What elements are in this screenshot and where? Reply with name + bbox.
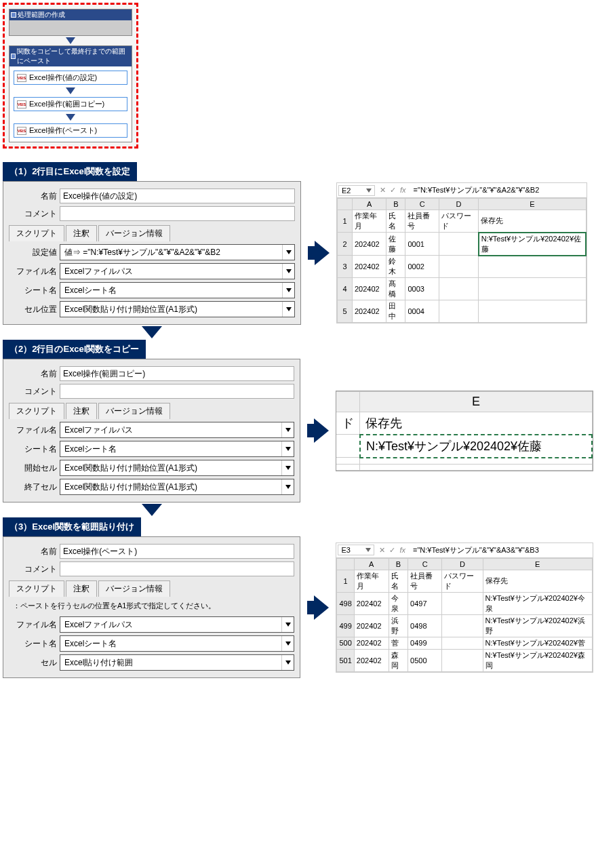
excel-grid[interactable]: ABCDE 1作業年月氏名社員番号パスワード保存先 498202402今泉049… [336,558,593,672]
chevron-down-icon[interactable] [281,479,294,494]
chevron-down-icon[interactable] [281,655,294,670]
chevron-down-icon[interactable] [282,264,294,279]
arrow-right-icon [314,418,329,443]
section-2-title: （2）2行目のExcel関数をコピー [3,340,146,359]
arrow-down-icon [66,114,75,121]
chevron-down-icon[interactable] [282,283,294,298]
comment-label: コメント [9,564,60,575]
field-label: セル位置 [9,304,60,315]
filename-dropdown[interactable]: Excelファイルパス [60,616,294,633]
comment-input[interactable] [60,384,294,399]
field-label: 終了セル [9,481,60,493]
arrow-right-icon [315,241,330,265]
confirm-icon[interactable]: ✓ [388,186,398,194]
excel-preview-3: E3 ✕✓fx ="N:¥Test¥サンプル"&"¥"&A3&"¥"&B3 AB… [336,542,593,673]
cell-ref-box[interactable]: E2 [338,185,375,196]
field-label: シート名 [9,285,60,296]
panel-2: 名前 コメント スクリプト 注釈 バージョン情報 ファイル名Excelファイルパ… [3,359,300,502]
section-1-title: （1）2行目にExcel関数を設定 [3,162,137,181]
node-excel-set[interactable]: VBSExcel操作(値の設定) [14,71,127,85]
panel-3: 名前 コメント スクリプト 注釈 バージョン情報 ：ペーストを行うセルの位置をA… [3,536,300,678]
chevron-down-icon[interactable] [281,636,294,651]
fx-icon[interactable]: fx [398,186,408,194]
chevron-down-icon[interactable] [281,422,294,437]
field-label: 開始セル [9,462,60,474]
name-label: 名前 [9,368,60,380]
tab-note[interactable]: 注釈 [66,403,97,419]
cancel-icon[interactable]: ✕ [378,186,388,194]
arrow-down-icon [66,87,75,94]
excel-grid[interactable]: ABCDE 1作業年月氏名社員番号パスワード保存先 2202402佐藤0001N… [337,198,587,323]
chevron-down-icon[interactable] [282,302,294,317]
comment-label: コメント [9,386,60,397]
tab-note[interactable]: 注釈 [66,225,97,241]
chevron-down-icon[interactable] [282,245,294,260]
tab-version[interactable]: バージョン情報 [98,580,170,597]
tab-script[interactable]: スクリプト [9,225,64,241]
formula-bar[interactable]: ="N:¥Test¥サンプル"&"¥"&A3&"¥"&B3 [410,545,591,556]
flow-group-1: 処理範囲の作成 [9,9,132,36]
comment-input[interactable] [60,206,295,221]
group-icon [11,54,16,59]
fx-icon[interactable]: fx [397,546,408,554]
field-label: セル [9,657,60,669]
tab-version[interactable]: バージョン情報 [98,225,170,241]
cancel-icon[interactable]: ✕ [377,546,387,554]
node-excel-paste[interactable]: VBSExcel操作(ペースト) [14,123,127,138]
paste-note: ：ペーストを行うセルの位置をA1形式で指定してください。 [9,598,294,614]
arrow-down-icon [142,504,162,516]
startcell-dropdown[interactable]: Excel関数貼り付け開始位置(A1形式) [60,460,294,476]
vbs-icon: VBS [17,74,26,82]
sheet-dropdown[interactable]: Excelシート名 [60,282,295,298]
section-3-title: （3）Excel関数を範囲貼り付け [3,517,141,536]
vbs-icon: VBS [17,100,26,108]
filename-dropdown[interactable]: Excelファイルパス [60,263,295,279]
formula-bar[interactable]: ="N:¥Test¥サンプル"&"¥"&A2&"¥"&B2 [411,184,585,196]
arrow-down-icon [66,37,75,44]
excel-zoom: E ド保存先 N:¥Test¥サンプル¥202402¥佐藤 [336,391,593,471]
tab-version[interactable]: バージョン情報 [98,403,170,419]
field-label: ファイル名 [9,619,60,631]
chevron-down-icon[interactable] [281,441,294,456]
chevron-down-icon[interactable] [281,617,294,632]
comment-input[interactable] [60,561,294,576]
name-input[interactable] [60,189,295,203]
flow-title-2: 関数をコピーして最終行までの範囲にペースト [17,47,130,66]
flow-group-2: 関数をコピーして最終行までの範囲にペースト VBSExcel操作(値の設定) V… [9,45,132,142]
field-label: 設定値 [9,247,60,258]
field-label: ファイル名 [9,266,60,277]
tab-script[interactable]: スクリプト [9,403,64,419]
confirm-icon[interactable]: ✓ [387,546,397,554]
tab-script[interactable]: スクリプト [9,580,64,597]
node-excel-copy[interactable]: VBSExcel操作(範囲コピー) [14,97,127,111]
setvalue-dropdown[interactable]: 値⇒ ="N:¥Test¥サンプル"&"¥"&A2&"¥"&B2 [60,244,295,260]
name-label: 名前 [9,191,60,202]
cell-ref-box[interactable]: E3 [338,545,374,555]
sheet-dropdown[interactable]: Excelシート名 [60,441,294,457]
excel-preview-1: E2 ✕✓fx ="N:¥Test¥サンプル"&"¥"&A2&"¥"&B2 AB… [336,182,587,323]
cell-dropdown[interactable]: Excel関数貼り付け開始位置(A1形式) [60,301,295,317]
name-input[interactable] [60,544,294,559]
comment-label: コメント [9,208,60,220]
tab-note[interactable]: 注釈 [66,580,97,597]
cell-dropdown[interactable]: Excel貼り付け範囲 [60,654,294,671]
arrow-down-icon [142,326,162,338]
chevron-down-icon[interactable] [281,460,294,475]
vbs-icon: VBS [17,127,26,135]
panel-1: 名前 コメント スクリプト 注釈 バージョン情報 設定値値⇒ ="N:¥Test… [3,181,301,325]
name-input[interactable] [60,366,294,381]
field-label: シート名 [9,443,60,455]
filename-dropdown[interactable]: Excelファイルパス [60,422,294,438]
field-label: ファイル名 [9,425,60,436]
flow-title-1: 処理範囲の作成 [18,10,65,20]
arrow-right-icon [314,595,329,620]
field-label: シート名 [9,638,60,650]
flowchart: 処理範囲の作成 関数をコピーして最終行までの範囲にペースト VBSExcel操作… [3,3,138,149]
group-icon [11,12,16,18]
endcell-dropdown[interactable]: Excel関数貼り付け開始位置(A1形式) [60,479,294,495]
sheet-dropdown[interactable]: Excelシート名 [60,635,294,652]
name-label: 名前 [9,546,60,557]
